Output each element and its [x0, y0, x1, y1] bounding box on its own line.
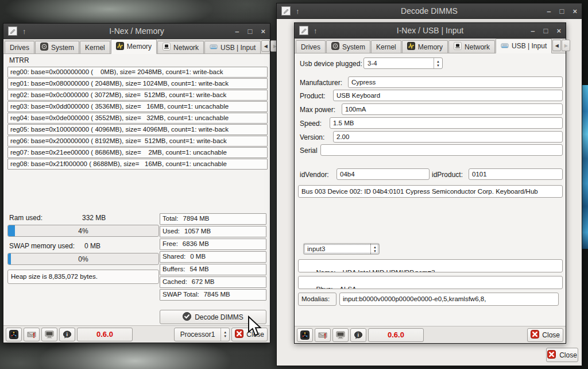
- window-memory: I-Nex / Memory ↑ – □ × Drives System Ker…: [3, 23, 270, 343]
- version-badge: 0.6.0: [77, 328, 133, 341]
- tabbar-memory: Drives System Kernel Memory Network USB …: [3, 39, 270, 54]
- titlebar-decode-dimms[interactable]: Decode DIMMS ↑ – □ ×: [277, 3, 582, 19]
- input-device-select[interactable]: input3 ▲▼: [303, 243, 380, 255]
- mtrr-row: reg07: base=0x21ee00000 ( 8686MB), size=…: [7, 147, 268, 158]
- system-icon: [40, 43, 48, 52]
- minimize-button[interactable]: –: [547, 7, 551, 16]
- bug-report-icon: !: [318, 330, 327, 340]
- swap-used-value: 0 MB: [84, 242, 100, 250]
- maximize-button[interactable]: □: [248, 27, 253, 36]
- display-info-button[interactable]: [41, 328, 57, 341]
- tab-usb-input[interactable]: USB | Input: [496, 39, 552, 53]
- svg-text:!: !: [33, 330, 35, 339]
- ram-percent-label: 4%: [8, 225, 158, 236]
- mtrr-row: reg05: base=0x100000000 ( 4096MB), size=…: [7, 124, 268, 135]
- tab-scroll-left-button[interactable]: ◀: [261, 40, 270, 52]
- network-icon: [454, 42, 462, 52]
- product-field[interactable]: USB Keyboard: [333, 90, 563, 101]
- decode-dimms-close-button[interactable]: Close: [546, 348, 578, 362]
- stat-row: Used:1057 MB: [160, 226, 266, 237]
- modalias-field[interactable]: input:b0000v0000p0000e0000-e0,5,kramlsfw…: [339, 293, 559, 306]
- app-pencil-icon: [299, 26, 308, 35]
- bug-report-button[interactable]: !: [24, 328, 40, 341]
- swap-progressbar: 0%: [7, 253, 159, 265]
- tab-scroll-right-button[interactable]: ▶: [562, 40, 570, 51]
- usb-device-select[interactable]: 3-4 ▲▼: [363, 57, 443, 69]
- mouse-cursor: [247, 316, 262, 337]
- spinner-arrows[interactable]: ▲▼: [370, 244, 379, 254]
- minimize-button[interactable]: –: [235, 27, 239, 36]
- tab-network[interactable]: Network: [157, 41, 204, 53]
- input-name-label: Name:: [316, 269, 336, 272]
- close-window-button[interactable]: ×: [261, 27, 265, 36]
- maximize-button[interactable]: □: [560, 7, 564, 16]
- display-info-button[interactable]: [332, 328, 349, 342]
- serial-field[interactable]: [320, 144, 563, 156]
- swap-percent-label: 0%: [8, 253, 158, 264]
- memory-tab-content: MTRR reg00: base=0x000000000 ( 0MB), siz…: [4, 54, 269, 325]
- about-button[interactable]: i: [59, 328, 75, 341]
- parent-directory-icon[interactable]: ↑: [296, 7, 300, 16]
- id-vendor-label: idVendor:: [300, 171, 329, 179]
- input-name-box: Name:HDA Intel MID HDMI/DP,pcm=3: [298, 259, 563, 272]
- tab-system[interactable]: System: [326, 40, 370, 53]
- window-usb-input: I-Nex / USB | Input ↑ – □ × Drives Syste…: [294, 22, 566, 344]
- close-x-icon: [547, 350, 556, 360]
- close-window-button[interactable]: ×: [556, 26, 561, 35]
- tab-memory[interactable]: Memory: [111, 39, 157, 54]
- screenshot-button[interactable]: [297, 328, 313, 342]
- svg-text:i: i: [66, 332, 68, 337]
- tab-usb-input[interactable]: USB | Input: [204, 41, 261, 53]
- keyboard-icon: [210, 43, 218, 52]
- close-window-button[interactable]: ×: [572, 7, 577, 16]
- spinner-arrows[interactable]: ▲▼: [434, 58, 442, 68]
- id-product-field[interactable]: 0101: [469, 168, 563, 180]
- tab-scroll-left-button[interactable]: ◀: [552, 40, 561, 51]
- statusbar-memory: ! i 0.6.0 Processor1 ▲▼ Close: [3, 325, 270, 343]
- tab-network[interactable]: Network: [448, 40, 495, 53]
- manufacturer-field[interactable]: Cypress: [348, 76, 563, 88]
- memory-icon: [407, 42, 415, 52]
- version-field[interactable]: 2.00: [333, 131, 563, 143]
- mtrr-row: reg02: base=0x0c0000000 ( 3072MB), size=…: [7, 90, 268, 101]
- minimize-button[interactable]: –: [531, 26, 535, 35]
- close-button[interactable]: Close: [527, 328, 563, 342]
- id-product-label: idProduct:: [432, 171, 463, 179]
- speed-field[interactable]: 1.5 MB: [330, 117, 563, 129]
- stat-row: SWAP Total:7845 MB: [160, 289, 266, 301]
- spinner-arrows[interactable]: ▲▼: [220, 328, 229, 341]
- tab-kernel[interactable]: Kernel: [371, 40, 401, 53]
- about-button[interactable]: i: [350, 328, 366, 342]
- tab-memory[interactable]: Memory: [402, 40, 448, 53]
- id-vendor-field[interactable]: 04b4: [336, 168, 430, 180]
- mtrr-row: reg00: base=0x000000000 ( 0MB), size= 20…: [7, 67, 268, 78]
- window-title: I-Nex / Memory: [3, 26, 270, 36]
- tab-kernel[interactable]: Kernel: [80, 41, 110, 53]
- titlebar-memory[interactable]: I-Nex / Memory ↑ – □ ×: [3, 24, 270, 39]
- check-icon: [183, 312, 191, 322]
- parent-directory-icon[interactable]: ↑: [22, 27, 26, 36]
- titlebar-usb-input[interactable]: I-Nex / USB | Input ↑ – □ ×: [295, 23, 566, 39]
- stat-row: Cached:672 MB: [160, 276, 266, 288]
- processor-select[interactable]: Processor1 ▲▼: [174, 328, 230, 341]
- statusbar-usb: ! i 0.6.0 Close: [295, 326, 566, 343]
- tab-drives[interactable]: Drives: [5, 41, 34, 53]
- tab-drives[interactable]: Drives: [296, 40, 326, 53]
- stat-row: Free:6836 MB: [160, 239, 266, 250]
- mtrr-list: reg00: base=0x000000000 ( 0MB), size= 20…: [7, 67, 268, 170]
- screenshot-button[interactable]: [6, 328, 22, 341]
- parent-directory-icon[interactable]: ↑: [314, 26, 318, 35]
- display-icon: [45, 330, 54, 339]
- memory-icon: [116, 42, 124, 52]
- keyboard-icon: [501, 41, 509, 51]
- maximize-button[interactable]: □: [544, 26, 548, 35]
- tab-system[interactable]: System: [35, 41, 79, 53]
- max-power-field[interactable]: 100mA: [342, 103, 563, 115]
- bug-report-button[interactable]: !: [315, 328, 331, 342]
- swap-used-label: SWAP memory used:: [9, 242, 75, 250]
- app-pencil-icon: [8, 26, 17, 36]
- max-power-label: Max power:: [300, 106, 335, 114]
- ram-used-label: Ram used:: [9, 214, 42, 222]
- ram-progressbar: 4%: [7, 225, 159, 237]
- input-phys-label: Phys:: [316, 286, 333, 289]
